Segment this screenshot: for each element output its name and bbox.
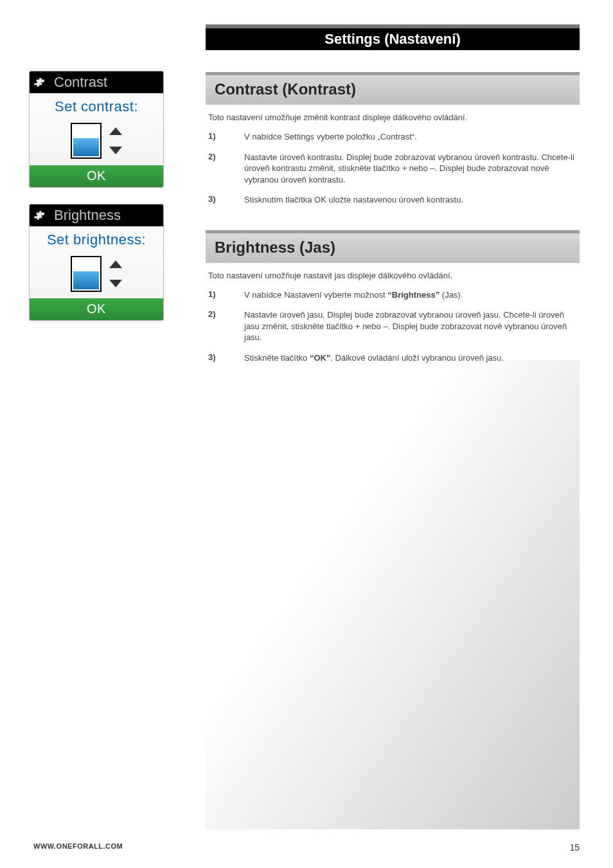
brightness-intro: Toto nastavení umožňuje nastavit jas dis… [208, 271, 577, 280]
step-text: Stisknutím tlačítka OK uložte nastavenou… [244, 194, 577, 206]
section-brightness-heading: Brightness (Jas) [206, 230, 580, 263]
step-number: 3) [208, 194, 226, 206]
brightness-ok-button[interactable]: OK [30, 298, 163, 320]
brightness-level-row [30, 252, 163, 298]
lcd-contrast-panel: Contrast Set contrast: OK [29, 71, 164, 188]
section-contrast-body: Toto nastavení umožňuje změnit kontrast … [206, 105, 580, 211]
section-contrast-heading: Contrast (Kontrast) [206, 72, 580, 105]
brightness-ok-label: OK [87, 302, 106, 316]
brightness-steps: 1) V nabídce Nastavení vyberte možnost “… [208, 289, 577, 364]
step-number: 1) [208, 131, 226, 143]
step-text: Nastavte úroveň kontrastu. Displej bude … [244, 152, 577, 186]
gear-icon [33, 210, 45, 221]
step-number: 2) [208, 309, 226, 343]
contrast-steps: 1) V nabídce Settings vyberte položku „C… [208, 131, 577, 206]
list-item: 1) V nabídce Nastavení vyberte možnost “… [208, 289, 577, 301]
step-text-post: . Dálkové ovládání uloží vybranou úroveň… [330, 353, 504, 363]
lcd-brightness-panel: Brightness Set brightness: OK [29, 204, 164, 321]
contrast-level-row [30, 119, 163, 165]
lcd-brightness-title: Brightness [54, 207, 121, 224]
step-number: 1) [208, 289, 226, 301]
list-item: 2) Nastavte úroveň kontrastu. Displej bu… [208, 152, 577, 186]
step-number: 2) [208, 152, 226, 186]
contrast-ok-button[interactable]: OK [30, 165, 163, 187]
list-item: 3) Stiskněte tlačítko “OK”. Dálkové ovlá… [208, 352, 577, 364]
background-gradient [206, 360, 580, 829]
section-brightness-body: Toto nastavení umožňuje nastavit jas dis… [206, 263, 580, 369]
step-text: V nabídce Settings vyberte položku „Cont… [244, 131, 577, 143]
page-header: Settings (Nastavení) [206, 24, 580, 50]
arrow-up-icon[interactable] [109, 127, 122, 135]
section-contrast: Contrast (Kontrast) Toto nastavení umožň… [206, 72, 580, 211]
content-column: Contrast (Kontrast) Toto nastavení umožň… [206, 64, 580, 368]
arrow-down-icon[interactable] [109, 147, 122, 154]
gear-icon [33, 77, 45, 88]
step-text-pre: V nabídce Nastavení vyberte možnost [244, 290, 387, 300]
contrast-ok-label: OK [87, 168, 106, 183]
arrow-up-icon[interactable] [109, 260, 122, 268]
list-item: 2) Nastavte úroveň jasu. Displej bude zo… [208, 309, 577, 343]
step-text-pre: Stiskněte tlačítko [244, 353, 310, 363]
page-footer: WWW.ONEFORALL.COM 15 [33, 842, 580, 853]
list-item: 1) V nabídce Settings vyberte položku „C… [208, 131, 577, 143]
step-number: 3) [208, 352, 226, 364]
step-text: V nabídce Nastavení vyberte možnost “Bri… [244, 289, 577, 301]
step-text-bold: “Brightness” [387, 290, 440, 300]
contrast-arrows [109, 127, 122, 154]
list-item: 3) Stisknutím tlačítka OK uložte nastave… [208, 194, 577, 206]
footer-page-number: 15 [569, 842, 580, 853]
brightness-level-indicator [71, 256, 102, 292]
lcd-contrast-title: Contrast [54, 74, 107, 91]
arrow-down-icon[interactable] [109, 280, 122, 287]
page-header-title: Settings (Nastavení) [324, 31, 461, 48]
step-text: Nastavte úroveň jasu. Displej bude zobra… [244, 309, 577, 343]
section-brightness: Brightness (Jas) Toto nastavení umožňuje… [206, 230, 580, 369]
step-text: Stiskněte tlačítko “OK”. Dálkové ovládán… [244, 352, 577, 364]
brightness-arrows [109, 260, 122, 287]
sidebar: Contrast Set contrast: OK Brightness Set… [29, 71, 164, 337]
lcd-contrast-titlebar: Contrast [30, 71, 163, 93]
step-text-bold: “OK” [310, 353, 331, 363]
contrast-intro: Toto nastavení umožňuje změnit kontrast … [208, 113, 577, 122]
step-text-post: (Jas). [440, 290, 463, 300]
lcd-contrast-subtitle: Set contrast: [30, 93, 163, 119]
lcd-brightness-subtitle: Set brightness: [30, 226, 163, 252]
lcd-brightness-titlebar: Brightness [30, 204, 163, 226]
contrast-level-indicator [71, 123, 102, 159]
footer-url: WWW.ONEFORALL.COM [33, 842, 123, 853]
